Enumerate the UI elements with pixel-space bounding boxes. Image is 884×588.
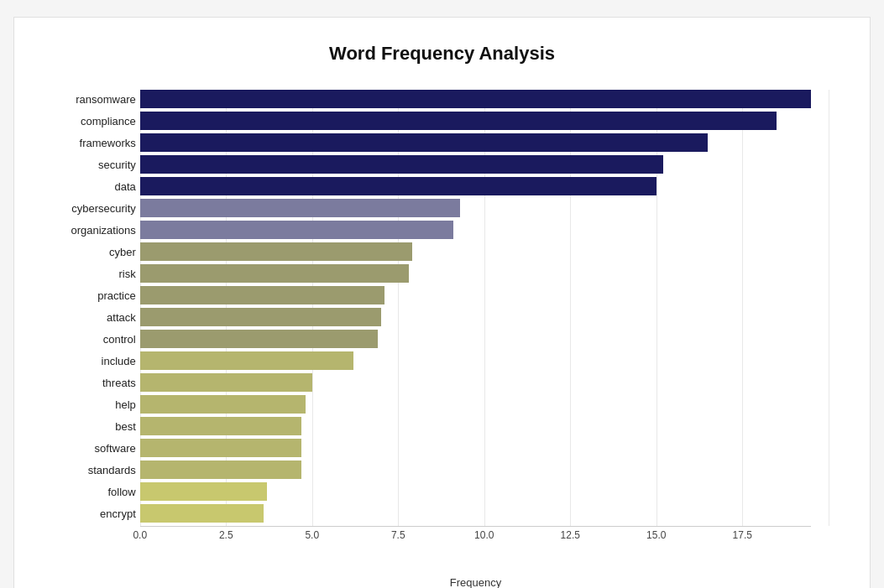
bar-row: control bbox=[140, 330, 812, 348]
x-tick-label: 12.5 bbox=[561, 529, 580, 541]
bar-rect bbox=[140, 112, 777, 130]
bar-row: threats bbox=[140, 373, 812, 392]
x-axis-label: Frequency bbox=[140, 576, 812, 588]
bar-label: best bbox=[44, 420, 136, 433]
bar-rect bbox=[140, 461, 302, 479]
chart-container: Word Frequency Analysis ransomwarecompli… bbox=[13, 17, 871, 588]
bars-container: ransomwarecomplianceframeworkssecurityda… bbox=[140, 90, 812, 523]
bar-row: help bbox=[140, 395, 812, 414]
bar-rect bbox=[140, 395, 306, 414]
bar-row: standards bbox=[140, 461, 812, 479]
bar-row: frameworks bbox=[140, 133, 812, 152]
bar-rect bbox=[140, 351, 353, 370]
bar-rect bbox=[140, 155, 663, 174]
bar-rect bbox=[140, 482, 268, 501]
bar-label: frameworks bbox=[44, 137, 136, 149]
bar-label: data bbox=[44, 180, 136, 193]
bar-label: ransomware bbox=[44, 93, 136, 106]
bar-row: organizations bbox=[140, 221, 812, 239]
x-tick-label: 2.5 bbox=[219, 529, 233, 541]
x-axis: 0.02.55.07.510.012.515.017.5 bbox=[140, 526, 812, 551]
bar-row: include bbox=[140, 351, 812, 370]
bar-rect bbox=[140, 264, 409, 283]
bar-row: best bbox=[140, 417, 812, 435]
bar-row: security bbox=[140, 155, 812, 174]
bar-row: cyber bbox=[140, 242, 812, 261]
bar-label: practice bbox=[44, 289, 136, 302]
bar-label: risk bbox=[44, 268, 136, 280]
bar-label: encrypt bbox=[44, 507, 136, 520]
bar-row: cybersecurity bbox=[140, 199, 812, 217]
bar-label: control bbox=[44, 333, 136, 346]
bar-row: follow bbox=[140, 482, 812, 501]
bar-rect bbox=[140, 417, 302, 435]
bar-rect bbox=[140, 221, 453, 239]
bar-label: organizations bbox=[44, 224, 136, 237]
bar-label: attack bbox=[44, 311, 136, 324]
bar-rect bbox=[140, 133, 709, 152]
bar-row: software bbox=[140, 439, 812, 457]
x-tick-label: 17.5 bbox=[733, 529, 752, 541]
bar-rect bbox=[140, 286, 384, 304]
x-tick-label: 0.0 bbox=[133, 529, 147, 541]
bar-label: standards bbox=[44, 464, 136, 476]
bar-rect bbox=[140, 242, 412, 261]
bar-row: encrypt bbox=[140, 504, 812, 523]
bar-label: threats bbox=[44, 377, 136, 389]
x-axis-line bbox=[140, 526, 812, 527]
bar-rect bbox=[140, 439, 302, 457]
bar-label: compliance bbox=[44, 115, 136, 127]
x-tick-label: 5.0 bbox=[305, 529, 319, 541]
bar-row: attack bbox=[140, 308, 812, 326]
bar-row: compliance bbox=[140, 112, 812, 130]
bar-rect bbox=[140, 177, 656, 195]
bar-label: cyber bbox=[44, 246, 136, 258]
x-tick-label: 7.5 bbox=[391, 529, 405, 541]
bar-label: follow bbox=[44, 486, 136, 498]
bar-rect bbox=[140, 308, 381, 326]
bar-label: include bbox=[44, 355, 136, 367]
grid-line bbox=[829, 90, 829, 526]
bar-label: cybersecurity bbox=[44, 202, 136, 215]
bar-label: help bbox=[44, 398, 136, 411]
chart-plot-area: ransomwarecomplianceframeworkssecurityda… bbox=[140, 90, 812, 523]
bar-rect bbox=[140, 330, 378, 348]
bar-rect bbox=[140, 90, 812, 108]
x-tick-label: 15.0 bbox=[646, 529, 666, 541]
chart-title: Word Frequency Analysis bbox=[48, 43, 837, 65]
bar-rect bbox=[140, 199, 460, 217]
bar-label: software bbox=[44, 442, 136, 455]
bar-label: security bbox=[44, 159, 136, 171]
bar-row: practice bbox=[140, 286, 812, 304]
bar-rect bbox=[140, 373, 312, 392]
x-tick-label: 10.0 bbox=[474, 529, 494, 541]
bar-rect bbox=[140, 504, 264, 523]
bar-row: risk bbox=[140, 264, 812, 283]
bar-row: data bbox=[140, 177, 812, 195]
bar-row: ransomware bbox=[140, 90, 812, 108]
